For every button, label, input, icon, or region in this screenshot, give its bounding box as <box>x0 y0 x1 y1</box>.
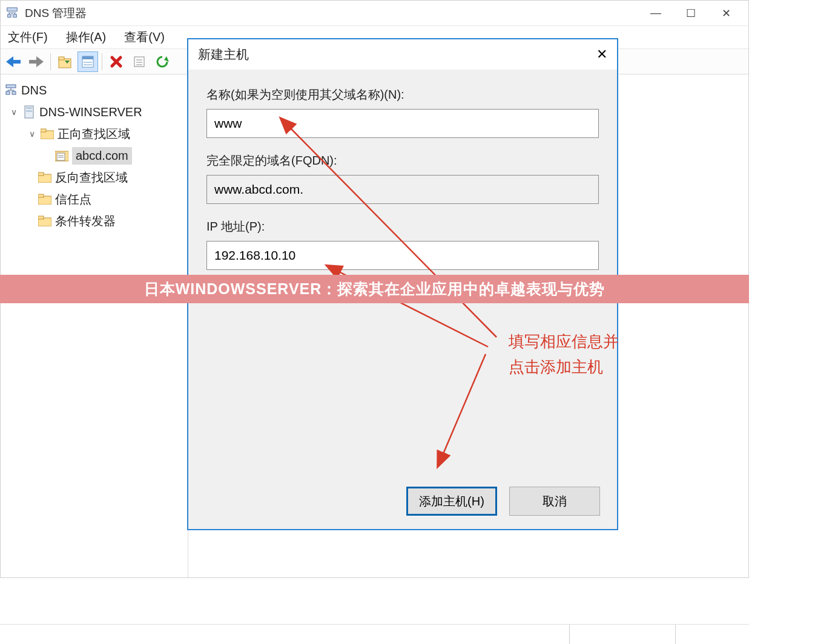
server-icon <box>22 105 36 119</box>
svg-rect-6 <box>13 14 17 17</box>
status-bar <box>0 624 749 644</box>
show-list-button[interactable] <box>78 51 98 72</box>
tree-forward-zone[interactable]: ∨ 正向查找区域 <box>1 123 188 145</box>
svg-rect-38 <box>38 172 44 176</box>
svg-rect-40 <box>38 194 44 197</box>
folder-icon <box>38 215 51 226</box>
svg-rect-29 <box>26 107 32 109</box>
tree-server-label: DNS-WINSERVER <box>39 105 142 119</box>
folder-icon <box>38 194 51 205</box>
name-field[interactable]: www <box>206 109 599 138</box>
tree-panel: DNS ∨ DNS-WINSERVER ∨ 正向查找区域 abcd.com 反向… <box>1 74 188 577</box>
back-button[interactable] <box>3 51 24 72</box>
cancel-button[interactable]: 取消 <box>509 487 600 516</box>
tree-root[interactable]: DNS <box>1 79 188 101</box>
properties-button[interactable] <box>129 51 150 72</box>
tree-zone-abcd[interactable]: abcd.com <box>1 145 188 166</box>
window-title: DNS 管理器 <box>25 5 638 21</box>
svg-marker-7 <box>6 56 21 67</box>
dialog-close-button[interactable]: ✕ <box>596 47 607 62</box>
svg-marker-20 <box>164 56 169 62</box>
add-host-button[interactable]: 添加主机(H) <box>406 487 497 516</box>
tree-reverse-label: 反向查找区域 <box>55 169 128 186</box>
tree-trust-label: 信任点 <box>55 191 91 208</box>
name-label: 名称(如果为空则使用其父域名称)(N): <box>206 87 599 103</box>
svg-rect-21 <box>6 85 16 88</box>
up-button[interactable] <box>54 51 75 72</box>
svg-rect-23 <box>12 91 16 94</box>
svg-rect-30 <box>26 110 32 112</box>
svg-rect-0 <box>7 7 18 11</box>
tree-server[interactable]: ∨ DNS-WINSERVER <box>1 101 188 123</box>
forward-button[interactable] <box>26 51 47 72</box>
folder-icon <box>41 128 54 139</box>
menu-action[interactable]: 操作(A) <box>64 28 109 47</box>
ip-label: IP 地址(P): <box>206 218 599 235</box>
close-button[interactable]: ✕ <box>708 2 744 25</box>
ip-field[interactable]: 192.168.10.10 <box>206 241 599 270</box>
tree-conditional[interactable]: 条件转发器 <box>1 210 188 232</box>
delete-button[interactable] <box>106 51 127 72</box>
folder-icon <box>38 172 51 183</box>
tree-conditional-label: 条件转发器 <box>55 213 116 229</box>
collapse-icon[interactable]: ∨ <box>9 107 19 117</box>
tree-trust[interactable]: 信任点 <box>1 188 188 210</box>
svg-rect-16 <box>134 57 144 67</box>
svg-rect-5 <box>8 14 12 17</box>
menu-view[interactable]: 查看(V) <box>122 28 167 47</box>
fqdn-field: www.abcd.com. <box>206 175 599 204</box>
article-banner: 日本WINDOWSSERVER：探索其在企业应用中的卓越表现与优势 <box>0 275 749 303</box>
tree-reverse-zone[interactable]: 反向查找区域 <box>1 166 188 188</box>
svg-rect-34 <box>57 153 65 160</box>
menu-file[interactable]: 文件(F) <box>5 28 50 47</box>
tree-zone-label: abcd.com <box>72 147 132 165</box>
svg-rect-32 <box>41 129 46 132</box>
app-icon <box>5 7 19 20</box>
annotation-text: 填写相应信息并 点击添加主机 <box>509 329 619 380</box>
titlebar: DNS 管理器 — ☐ ✕ <box>1 1 748 26</box>
collapse-icon[interactable]: ∨ <box>27 129 37 139</box>
tree-forward-label: 正向查找区域 <box>58 126 130 142</box>
refresh-button[interactable] <box>152 51 173 72</box>
dns-root-icon <box>4 84 18 96</box>
svg-rect-22 <box>6 91 10 94</box>
svg-rect-13 <box>82 56 93 59</box>
zone-file-icon <box>55 150 68 162</box>
svg-marker-8 <box>29 56 44 67</box>
dialog-titlebar[interactable]: 新建主机 ✕ <box>188 39 617 70</box>
tree-root-label: DNS <box>21 84 47 97</box>
svg-rect-10 <box>59 57 64 60</box>
svg-rect-42 <box>38 216 44 219</box>
dialog-title: 新建主机 <box>198 46 249 63</box>
maximize-button[interactable]: ☐ <box>673 2 708 25</box>
minimize-button[interactable]: — <box>638 2 673 25</box>
fqdn-label: 完全限定的域名(FQDN): <box>206 153 599 169</box>
